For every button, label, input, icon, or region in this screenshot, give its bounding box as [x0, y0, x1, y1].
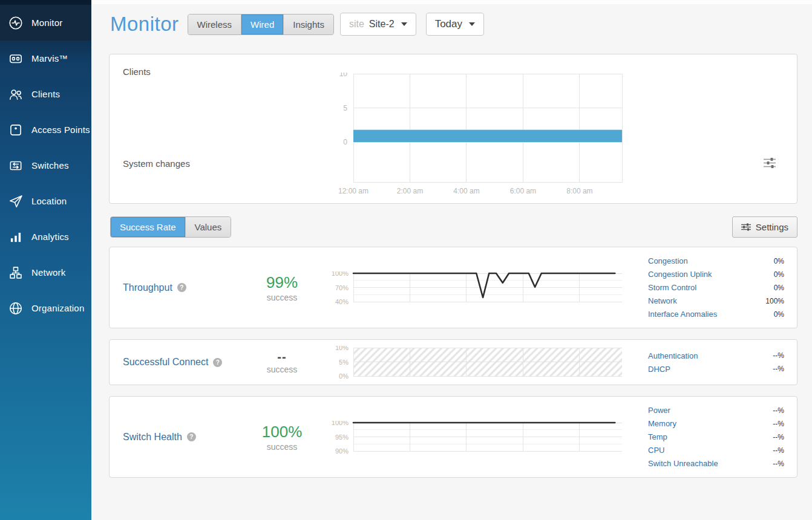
svg-text:40%: 40%: [335, 298, 349, 304]
toolbar-row: Success RateValues: [110, 216, 797, 238]
toggle-success-rate[interactable]: Success Rate: [111, 217, 186, 237]
successful-connect-chart: 10%5%0%: [317, 346, 622, 379]
sidebar: MonitorMarvis™ClientsAccess PointsSwitch…: [0, 0, 91, 520]
tab-wired[interactable]: Wired: [241, 15, 284, 34]
main-content: Monitor WirelessWiredInsights site Site-…: [91, 0, 812, 520]
sidebar-item-label: Network: [31, 267, 65, 278]
clients-icon: [7, 85, 25, 103]
metric-row-interface-anomalies: Interface Anomalies0%: [648, 308, 784, 321]
page-title: Monitor: [110, 13, 179, 36]
organization-icon: [7, 299, 25, 317]
panel-unit-throughput: success: [249, 293, 315, 302]
metric-value: 0%: [774, 257, 784, 265]
sliders-settings-icon: [741, 223, 751, 231]
metric-row-congestion-uplink: Congestion Uplink0%: [648, 268, 784, 281]
panel-title-successful-connect[interactable]: Successful Connect: [123, 357, 208, 368]
page-header: Monitor WirelessWiredInsights site Site-…: [91, 4, 812, 36]
metric-label[interactable]: Congestion: [648, 256, 688, 265]
sidebar-item-organization[interactable]: Organization: [0, 290, 91, 326]
sidebar-item-switches[interactable]: Switches: [0, 148, 91, 183]
system-changes-label: System changes: [123, 158, 190, 169]
metric-value: --%: [773, 351, 784, 360]
settings-button[interactable]: Settings: [732, 216, 797, 238]
panel-successful-connect: Successful Connect ? -- success 10%5%0% …: [109, 339, 797, 385]
help-icon[interactable]: ?: [177, 283, 186, 292]
monitor-icon: [7, 14, 25, 32]
chevron-down-icon: [401, 22, 407, 26]
panel-value-throughput: 99%: [249, 273, 315, 292]
site-selector[interactable]: site Site-2: [340, 13, 416, 36]
sidebar-item-clients[interactable]: Clients: [0, 76, 91, 112]
sidebar-item-label: Location: [31, 196, 67, 206]
metric-label[interactable]: Temp: [648, 432, 667, 441]
switch-health-chart: 100%95%90%: [317, 421, 622, 453]
sidebar-item-analytics[interactable]: Analytics: [0, 219, 91, 255]
svg-text:5: 5: [343, 104, 347, 112]
metric-value: --%: [773, 365, 784, 373]
svg-text:70%: 70%: [335, 284, 349, 291]
panel-value-switch-health: 100%: [249, 423, 315, 441]
svg-text:0%: 0%: [339, 372, 349, 379]
tab-wireless[interactable]: Wireless: [188, 15, 242, 34]
help-icon[interactable]: ?: [187, 432, 196, 441]
svg-text:6:00 am: 6:00 am: [510, 187, 536, 195]
svg-text:100%: 100%: [332, 271, 349, 277]
top-strip: [91, 0, 812, 4]
site-selector-value: Site-2: [369, 19, 395, 30]
help-icon[interactable]: ?: [213, 358, 222, 367]
metric-label[interactable]: CPU: [648, 446, 664, 455]
metric-row-temp: Temp--%: [648, 431, 784, 444]
time-range-value: Today: [435, 18, 462, 30]
metric-value: 0%: [774, 310, 784, 319]
panel-title-switch-health[interactable]: Switch Health: [123, 432, 182, 443]
metric-row-cpu: CPU--%: [648, 444, 784, 457]
metric-value: --%: [773, 433, 784, 441]
metric-label[interactable]: Power: [648, 406, 670, 415]
metric-row-memory: Memory--%: [648, 417, 784, 431]
svg-text:8:00 am: 8:00 am: [566, 187, 592, 195]
metric-row-congestion: Congestion0%: [648, 255, 784, 268]
view-mode-toggle: Success RateValues: [110, 216, 231, 238]
metric-row-dhcp: DHCP--%: [648, 362, 784, 375]
metric-label[interactable]: Memory: [648, 419, 676, 428]
svg-text:4:00 am: 4:00 am: [453, 187, 479, 195]
throughput-chart: 100%70%40%: [317, 271, 622, 304]
metric-label[interactable]: Authentication: [648, 351, 698, 360]
chevron-down-icon: [469, 22, 475, 26]
clients-chart: 105012:00 am2:00 am4:00 am6:00 am8:00 am: [329, 73, 632, 198]
network-icon: [7, 264, 25, 282]
metric-value: 100%: [765, 297, 784, 305]
metric-row-network: Network100%: [648, 294, 784, 308]
sidebar-item-network[interactable]: Network: [0, 255, 91, 290]
sidebar-item-location[interactable]: Location: [0, 183, 91, 219]
sliders-filter-icon[interactable]: [763, 157, 776, 171]
sidebar-item-access-points[interactable]: Access Points: [0, 112, 91, 148]
analytics-icon: [7, 228, 25, 246]
site-selector-prefix: site: [349, 19, 364, 30]
panels-container: Throughput ? 99% success 100%70%40% Cong…: [91, 247, 812, 478]
sidebar-item-monitor[interactable]: Monitor: [0, 5, 91, 41]
sidebar-item-label: Marvis™: [31, 53, 68, 63]
svg-text:95%: 95%: [335, 433, 349, 440]
sidebar-item-label: Clients: [31, 89, 60, 99]
toggle-values[interactable]: Values: [186, 217, 231, 237]
metric-label[interactable]: Network: [648, 296, 677, 305]
sidebar-item-marvis[interactable]: Marvis™: [0, 41, 91, 76]
app-window: MonitorMarvis™ClientsAccess PointsSwitch…: [0, 0, 812, 520]
metric-value: --%: [773, 406, 784, 415]
sidebar-item-label: Organization: [31, 303, 84, 313]
metric-label[interactable]: DHCP: [648, 365, 670, 374]
settings-button-label: Settings: [756, 222, 788, 232]
sidebar-item-label: Analytics: [31, 232, 69, 242]
time-range-selector[interactable]: Today: [426, 13, 484, 36]
panel-title-throughput[interactable]: Throughput: [123, 282, 172, 293]
metric-value: --%: [773, 460, 784, 468]
sidebar-item-label: Monitor: [31, 18, 62, 28]
metric-label[interactable]: Congestion Uplink: [648, 270, 712, 279]
metric-label[interactable]: Storm Control: [648, 283, 696, 292]
switches-icon: [7, 157, 25, 175]
metric-label[interactable]: Switch Unreachable: [648, 459, 718, 468]
metric-row-authentication: Authentication--%: [648, 349, 784, 362]
tab-insights[interactable]: Insights: [284, 15, 333, 34]
metric-label[interactable]: Interface Anomalies: [648, 310, 717, 319]
